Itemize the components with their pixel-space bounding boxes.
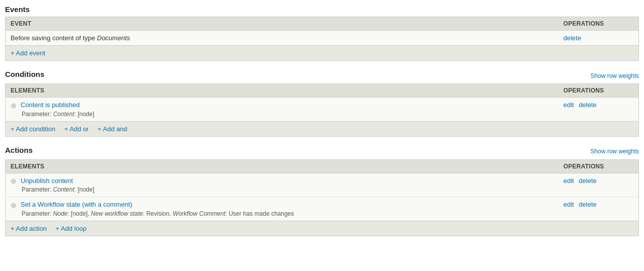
- add-condition-link[interactable]: + Add condition: [11, 125, 55, 133]
- condition-cell: ⊕Content is published Parameter: Content…: [6, 98, 559, 122]
- actions-footer-cell: + Add action + Add loop: [6, 221, 639, 236]
- condition-ops: edit delete: [559, 98, 639, 122]
- action-2-title-link[interactable]: Set a Workflow state (with a comment): [21, 201, 132, 208]
- add-event-link[interactable]: + Add event: [11, 49, 45, 57]
- action-1-param-italic: Content: [53, 186, 74, 193]
- drag-handle-icon[interactable]: ⊕: [11, 177, 17, 185]
- add-and-link[interactable]: + Add and: [97, 125, 127, 133]
- actions-section: Actions Show row weights ELEMENTS OPERAT…: [0, 146, 644, 236]
- action-2-param: Parameter: Node: [node], New workflow st…: [22, 210, 554, 217]
- condition-param-italic: Content: [53, 111, 74, 118]
- event-ops: delete: [559, 31, 639, 46]
- add-or-link[interactable]: + Add or: [64, 125, 89, 133]
- action-cell-2: ⊕Set a Workflow state (with a comment) P…: [6, 197, 559, 221]
- action-2-delete-link[interactable]: delete: [579, 201, 596, 208]
- events-title: Events: [5, 5, 639, 14]
- condition-edit-link[interactable]: edit: [564, 101, 574, 109]
- action-1-delete-link[interactable]: delete: [579, 177, 596, 185]
- table-row: ⊕Set a Workflow state (with a comment) P…: [6, 197, 639, 221]
- conditions-col-elements: ELEMENTS: [6, 84, 559, 98]
- action-2-param-node: Node: [53, 210, 68, 217]
- condition-param: Parameter: Content: [node]: [22, 111, 554, 118]
- action-2-param-state: New workflow state: [91, 210, 143, 217]
- table-row: Before saving content of type Documents …: [6, 31, 639, 46]
- action-1-param: Parameter: Content: [node]: [22, 186, 554, 193]
- actions-col-elements: ELEMENTS: [6, 159, 559, 173]
- events-section: Events EVENT OPERATIONS Before saving co…: [0, 5, 644, 61]
- events-table: EVENT OPERATIONS Before saving content o…: [5, 17, 639, 61]
- actions-title-row: Actions Show row weights: [5, 146, 639, 157]
- event-cell: Before saving content of type Documents: [6, 31, 559, 46]
- action-1-ops: edit delete: [559, 173, 639, 197]
- conditions-title-row: Conditions Show row weights: [5, 70, 639, 81]
- events-col-operations: OPERATIONS: [559, 17, 639, 31]
- action-2-edit-link[interactable]: edit: [564, 201, 574, 208]
- condition-title-link[interactable]: Content is published: [21, 101, 80, 109]
- drag-handle-icon[interactable]: ⊕: [11, 102, 17, 110]
- actions-col-operations: OPERATIONS: [559, 159, 639, 173]
- add-loop-link[interactable]: + Add loop: [56, 225, 87, 232]
- event-type: Documents: [97, 34, 130, 42]
- events-footer-cell: + Add event: [6, 46, 639, 61]
- actions-show-row-weights[interactable]: Show row weights: [590, 148, 639, 155]
- actions-title: Actions: [5, 146, 33, 154]
- conditions-show-row-weights[interactable]: Show row weights: [590, 72, 639, 79]
- conditions-table: ELEMENTS OPERATIONS ⊕Content is publishe…: [5, 83, 639, 137]
- conditions-footer-row: + Add condition + Add or + Add and: [6, 121, 639, 136]
- conditions-col-operations: OPERATIONS: [559, 84, 639, 98]
- event-delete-link[interactable]: delete: [564, 34, 581, 42]
- actions-table: ELEMENTS OPERATIONS ⊕Unpublish content P…: [5, 159, 639, 236]
- table-row: ⊕Unpublish content Parameter: Content: […: [6, 173, 639, 197]
- events-col-event: EVENT: [6, 17, 559, 31]
- actions-footer-row: + Add action + Add loop: [6, 221, 639, 236]
- condition-delete-link[interactable]: delete: [579, 101, 596, 109]
- conditions-title: Conditions: [5, 70, 44, 78]
- action-1-edit-link[interactable]: edit: [564, 177, 574, 185]
- events-footer-row: + Add event: [6, 46, 639, 61]
- drag-handle-icon[interactable]: ⊕: [11, 201, 17, 209]
- add-action-link[interactable]: + Add action: [11, 225, 47, 232]
- action-1-title-link[interactable]: Unpublish content: [21, 177, 73, 185]
- action-2-param-comment: Workflow Comment: [173, 210, 226, 217]
- table-row: ⊕Content is published Parameter: Content…: [6, 98, 639, 122]
- conditions-section: Conditions Show row weights ELEMENTS OPE…: [0, 70, 644, 137]
- action-2-ops: edit delete: [559, 197, 639, 221]
- conditions-footer-cell: + Add condition + Add or + Add and: [6, 121, 639, 136]
- action-cell-1: ⊕Unpublish content Parameter: Content: […: [6, 173, 559, 197]
